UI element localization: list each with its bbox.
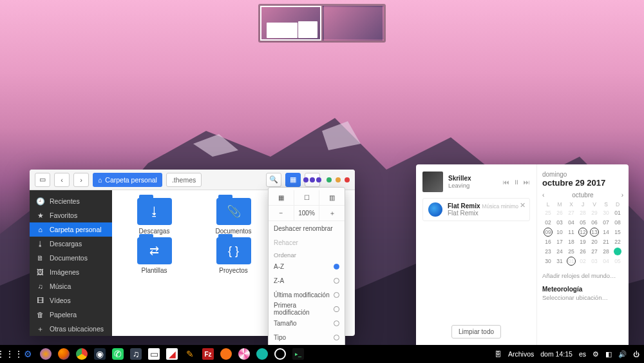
cal-day[interactable]: 31 xyxy=(554,257,565,266)
sidebar-item[interactable]: 🗑Papelera xyxy=(30,308,112,322)
cal-day[interactable]: 01 xyxy=(612,208,623,217)
app-icon-teal[interactable] xyxy=(256,348,268,360)
sidebar-item[interactable]: ★Favoritos xyxy=(30,208,112,222)
app-icon-ring[interactable] xyxy=(274,348,286,360)
cal-day[interactable]: 28 xyxy=(600,247,612,256)
whatsapp-icon[interactable]: ✆ xyxy=(112,348,124,360)
cal-day[interactable]: 27 xyxy=(565,208,577,217)
firefox-icon[interactable] xyxy=(58,348,70,360)
cal-day[interactable]: 24 xyxy=(554,247,565,256)
notif-close-icon[interactable]: ✕ xyxy=(520,201,526,210)
cal-day[interactable]: 30 xyxy=(600,208,612,217)
cal-day[interactable]: 19 xyxy=(577,237,589,246)
sort-option[interactable]: Tipo xyxy=(269,330,345,344)
settings-icon[interactable]: ⚙ xyxy=(22,348,33,360)
cal-day[interactable]: 21 xyxy=(600,237,612,246)
sidebar-item[interactable]: 🗎Documentos xyxy=(30,251,112,265)
cal-day[interactable]: 05 xyxy=(577,218,589,227)
cal-day[interactable]: 20 xyxy=(589,237,600,246)
calendar-grid[interactable]: LMXJVSD252627282930010203040506070809101… xyxy=(542,201,623,266)
tray-volume-icon[interactable]: 🔊 xyxy=(618,350,627,358)
tray-bluetooth-icon[interactable]: ◧ xyxy=(605,350,612,358)
cal-day[interactable]: 02 xyxy=(542,218,554,227)
cal-day[interactable]: 23 xyxy=(542,247,554,256)
files-app-icon[interactable]: ▭ xyxy=(148,348,160,360)
notification-card[interactable]: Flat Remix Música minimo Flat Remix ✕ xyxy=(422,198,530,221)
cal-day[interactable]: 15 xyxy=(612,228,623,237)
tray-power-icon[interactable]: ⏻ xyxy=(633,350,640,358)
app-icon-key[interactable]: ✎ xyxy=(184,348,196,360)
window-max-icon[interactable] xyxy=(336,177,341,182)
cal-day[interactable]: 04 xyxy=(565,218,577,227)
action-new-tab-icon[interactable]: ▥ xyxy=(319,190,345,205)
music-app-icon[interactable]: ♫ xyxy=(130,348,142,360)
document-app-icon[interactable]: ◢ xyxy=(166,348,178,360)
sidebar-item[interactable]: 🕘Recientes xyxy=(30,194,112,208)
fm-new-window-icon[interactable]: ▭ xyxy=(35,173,50,187)
sidebar-item[interactable]: ＋Otras ubicaciones xyxy=(30,322,112,336)
action-bookmark-icon[interactable]: ☐ xyxy=(294,190,320,205)
tray-lang[interactable]: es xyxy=(579,350,586,358)
path-segment[interactable]: .themes xyxy=(166,173,202,187)
add-world-clocks-link[interactable]: Añadir relojes del mundo… xyxy=(542,272,623,279)
folder-item[interactable]: { }Proyectos xyxy=(196,237,270,274)
tray-files-icon[interactable]: 🗄 xyxy=(495,350,502,358)
folder-item[interactable]: ⭳Descargas xyxy=(117,198,191,235)
cal-day[interactable]: 03 xyxy=(589,257,600,266)
cal-day[interactable]: 26 xyxy=(554,208,565,217)
media-player-widget[interactable]: Skrillex Leaving ⏮ ⏸ ⏭ xyxy=(422,171,530,193)
sidebar-item[interactable]: 🖼Imágenes xyxy=(30,265,112,279)
media-pause-icon[interactable]: ⏸ xyxy=(513,179,520,186)
terminal-icon[interactable]: ▸_ xyxy=(292,348,304,360)
cal-next-icon[interactable]: › xyxy=(621,191,623,199)
cal-day[interactable]: 29 xyxy=(612,247,623,256)
app-icon-pinwheel[interactable] xyxy=(238,348,250,360)
sidebar-item[interactable]: ⌂Carpeta personal xyxy=(30,222,112,237)
cal-day[interactable]: 18 xyxy=(565,237,577,246)
menu-undo[interactable]: Deshacer renombrar xyxy=(269,221,345,235)
cal-day[interactable]: 08 xyxy=(612,218,623,227)
action-new-folder-icon[interactable]: ▦ xyxy=(269,190,294,205)
cal-day[interactable]: 25 xyxy=(565,247,577,256)
cal-day[interactable]: 13 xyxy=(589,228,600,237)
sort-option[interactable]: A-Z xyxy=(269,259,345,273)
sidebar-item[interactable]: ⭳Descargas xyxy=(30,237,112,251)
media-next-icon[interactable]: ⏭ xyxy=(524,179,530,186)
cal-day[interactable]: 30 xyxy=(542,257,554,266)
app-icon-orange[interactable] xyxy=(220,348,232,360)
app-icon-1[interactable] xyxy=(40,348,52,360)
view-toggle-icon[interactable]: ▦ xyxy=(285,173,301,187)
cal-day[interactable]: 16 xyxy=(542,237,554,246)
cal-day[interactable]: 04 xyxy=(600,257,612,266)
sort-option[interactable]: Última modificación xyxy=(269,288,345,302)
sidebar-item[interactable]: 🎞Vídeos xyxy=(30,293,112,308)
cal-day[interactable]: 06 xyxy=(589,218,600,227)
cal-day[interactable]: 02 xyxy=(577,257,589,266)
tray-clock[interactable]: dom 14:15 xyxy=(540,350,573,358)
search-icon[interactable]: 🔍 xyxy=(266,173,281,187)
clear-all-button[interactable]: Limpiar todo xyxy=(451,325,501,338)
window-close-icon[interactable] xyxy=(345,177,350,182)
workspace-switcher[interactable] xyxy=(258,4,386,43)
cal-day[interactable]: 28 xyxy=(577,208,589,217)
steam-icon[interactable]: ◉ xyxy=(94,348,106,360)
cal-day[interactable]: 10 xyxy=(554,228,565,237)
cal-prev-icon[interactable]: ‹ xyxy=(542,191,544,199)
media-prev-icon[interactable]: ⏮ xyxy=(503,179,509,186)
forward-button[interactable]: › xyxy=(73,173,89,187)
cal-day[interactable]: 01 xyxy=(565,257,577,266)
sort-option[interactable]: Z-A xyxy=(269,273,345,288)
back-button[interactable]: ‹ xyxy=(54,173,70,187)
path-home-chip[interactable]: ⌂ Carpeta personal xyxy=(93,173,162,187)
workspace-1[interactable] xyxy=(260,6,321,41)
window-min-icon[interactable] xyxy=(327,177,332,182)
cal-day[interactable]: 12 xyxy=(577,228,589,237)
cal-day[interactable]: 11 xyxy=(565,228,577,237)
cal-day[interactable]: 05 xyxy=(612,257,623,266)
tray-files-label[interactable]: Archivos xyxy=(508,350,534,358)
cal-day[interactable]: 09 xyxy=(542,228,554,237)
filezilla-icon[interactable]: Fz xyxy=(202,348,214,360)
cal-day[interactable]: 26 xyxy=(577,247,589,256)
cal-day[interactable]: 03 xyxy=(554,218,565,227)
tray-network-icon[interactable]: ⚙ xyxy=(592,350,599,358)
